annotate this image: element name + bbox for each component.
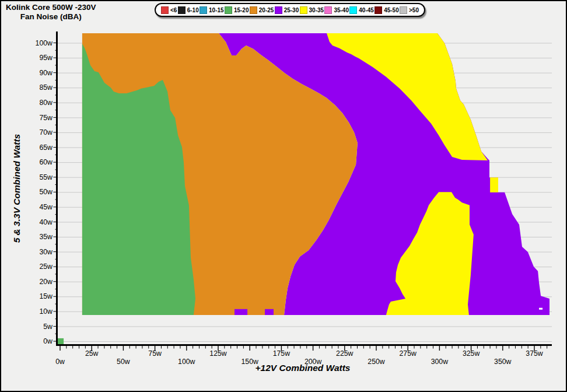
legend-bin-label: 45-50 xyxy=(384,7,399,13)
chart-svg: 0w25w50w75w100w125w150w175w200w225w250w2… xyxy=(1,1,567,392)
legend-bin-label: <6 xyxy=(170,7,177,13)
y-tick-label-40w: 40w xyxy=(39,218,52,226)
legend-swatch xyxy=(374,6,382,14)
legend-swatch xyxy=(400,6,407,14)
legend-bin-label: 30-35 xyxy=(309,7,324,13)
legend-item-35-40: 35-40 xyxy=(324,6,349,14)
x-tick-label-50w: 50w xyxy=(117,358,130,366)
x-tick-label-100w: 100w xyxy=(178,358,195,366)
x-tick-label-225w: 225w xyxy=(336,349,354,358)
x-tick-label-25w: 25w xyxy=(85,349,99,358)
x-axis-title: +12V Combined Watts xyxy=(221,363,384,373)
chart-screenshot: Kolink Core 500W -230V Fan Noise (dBA) <… xyxy=(0,0,567,392)
legend-bin-label: 10-15 xyxy=(209,7,224,13)
y-tick-label-90w: 90w xyxy=(39,69,52,77)
y-tick-label-100w: 100w xyxy=(36,39,53,47)
y-tick-label-95w: 95w xyxy=(39,54,52,62)
legend-item-45-50: 45-50 xyxy=(374,6,399,14)
legend-bin-label: 20-25 xyxy=(259,7,274,13)
legend-item-20-25: 20-25 xyxy=(250,6,274,14)
legend-item-x6: <6 xyxy=(161,6,177,14)
x-tick-label-350w: 350w xyxy=(494,358,512,366)
x-tick-label-375w: 375w xyxy=(526,349,543,358)
y-tick-label-25w: 25w xyxy=(39,262,52,271)
x-tick-label-275w: 275w xyxy=(399,349,416,358)
y-tick-label-20w: 20w xyxy=(39,278,52,286)
legend-bin-label: >50 xyxy=(409,7,419,13)
legend-bin-label: 40-45 xyxy=(359,7,374,13)
y-tick-label-0w: 0w xyxy=(43,337,52,345)
legend-bin-label: 25-30 xyxy=(284,7,299,13)
legend-bin-label: 35-40 xyxy=(334,7,349,13)
x-tick-label-0w: 0w xyxy=(55,358,65,366)
legend-swatch xyxy=(275,6,282,14)
x-tick-label-175w: 175w xyxy=(273,349,290,358)
legend-item-30-35: 30-35 xyxy=(300,6,324,14)
y-axis-title: 5 & 3.3V Combined Watts xyxy=(12,127,22,250)
legend-item-10-15: 10-15 xyxy=(200,6,224,14)
legend-swatch xyxy=(200,6,207,14)
x-tick-label-300w: 300w xyxy=(431,358,449,366)
legend-item-6-10: 6-10 xyxy=(178,6,199,14)
y-tick-label-55w: 55w xyxy=(39,173,52,181)
x-tick-label-325w: 325w xyxy=(463,349,480,358)
y-tick-label-75w: 75w xyxy=(39,114,52,122)
y-tick-label-5w: 5w xyxy=(43,323,52,331)
legend-swatch xyxy=(250,6,257,14)
region-purple-speck-2 xyxy=(265,309,274,315)
legend-item-x50: >50 xyxy=(400,6,419,14)
y-tick-label-45w: 45w xyxy=(39,203,52,211)
y-tick-label-50w: 50w xyxy=(39,188,52,196)
y-tick-label-70w: 70w xyxy=(39,128,52,136)
legend-bin-label: 15-20 xyxy=(234,7,249,13)
legend-item-25-30: 25-30 xyxy=(275,6,299,14)
y-tick-label-65w: 65w xyxy=(39,144,52,152)
legend-swatch xyxy=(324,6,332,14)
legend-swatch xyxy=(178,6,186,14)
legend-bin-label: 6-10 xyxy=(187,7,199,13)
y-tick-label-10w: 10w xyxy=(39,307,52,316)
legend-item-15-20: 15-20 xyxy=(225,6,249,14)
legend-item-40-45: 40-45 xyxy=(349,6,374,14)
heatmap-regions xyxy=(57,33,550,345)
legend-swatch xyxy=(161,6,169,14)
legend-swatch xyxy=(225,6,232,14)
y-tick-label-15w: 15w xyxy=(39,292,52,300)
region-yellow-right-edge-notch xyxy=(490,177,498,192)
x-tick-label-125w: 125w xyxy=(209,349,227,358)
y-tick-label-85w: 85w xyxy=(39,83,52,92)
y-tick-label-35w: 35w xyxy=(39,233,52,241)
legend-swatch xyxy=(300,6,307,14)
y-tick-label-60w: 60w xyxy=(39,158,52,166)
legend: <66-1010-1515-2020-2525-3030-3535-4040-4… xyxy=(155,3,425,17)
region-white-gap-dash xyxy=(539,308,542,310)
y-tick-label-30w: 30w xyxy=(39,248,52,256)
legend-swatch xyxy=(349,6,357,14)
region-purple-speck-1 xyxy=(235,309,247,315)
x-tick-label-75w: 75w xyxy=(148,349,162,358)
y-tick-label-80w: 80w xyxy=(39,99,52,107)
